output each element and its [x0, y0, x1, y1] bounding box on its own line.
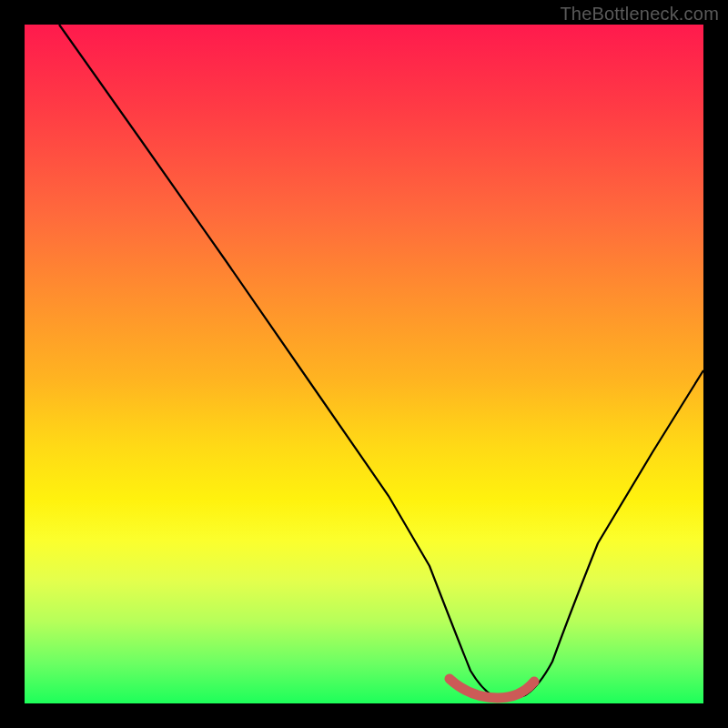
chart-frame: TheBottleneck.com: [0, 0, 728, 728]
plot-area: [25, 25, 703, 703]
bottleneck-curve: [59, 25, 703, 699]
attribution-text: TheBottleneck.com: [560, 4, 719, 25]
bottleneck-curve-svg: [25, 25, 703, 703]
optimal-range-marker: [450, 679, 534, 698]
